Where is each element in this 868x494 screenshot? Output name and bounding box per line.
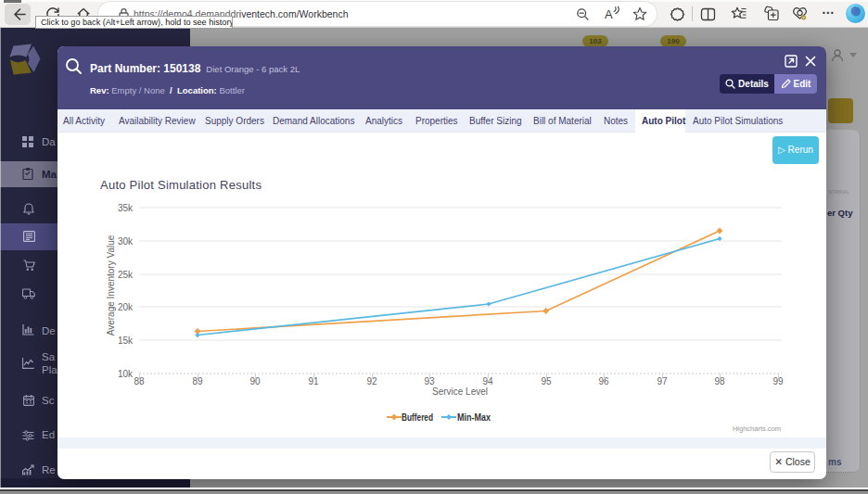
svg-text:Highcharts.com: Highcharts.com — [733, 424, 781, 433]
svg-text:96: 96 — [598, 376, 609, 386]
svg-text:20k: 20k — [118, 302, 134, 312]
svg-text:A: A — [605, 7, 613, 21]
svg-text:Buffered: Buffered — [402, 412, 433, 423]
svg-text:95: 95 — [541, 376, 552, 386]
svg-text:25k: 25k — [118, 270, 134, 280]
svg-text:91: 91 — [308, 376, 319, 386]
svg-text:88: 88 — [134, 376, 145, 386]
svg-text:92: 92 — [366, 376, 377, 386]
svg-text:99: 99 — [772, 376, 784, 386]
svg-text:94: 94 — [482, 376, 493, 386]
svg-text:93: 93 — [424, 376, 435, 386]
svg-text:15k: 15k — [118, 336, 134, 346]
svg-text:98: 98 — [714, 376, 725, 386]
svg-text:35k: 35k — [118, 203, 134, 213]
svg-text:90: 90 — [249, 376, 261, 386]
svg-text:Min-Max: Min-Max — [457, 412, 491, 423]
svg-text:10k: 10k — [118, 369, 134, 379]
svg-text:Average Inventory Value: Average Inventory Value — [106, 234, 116, 336]
svg-text:97: 97 — [657, 376, 668, 386]
svg-text:Service Level: Service Level — [432, 386, 488, 397]
svg-text:30k: 30k — [118, 236, 134, 247]
svg-text:89: 89 — [192, 376, 203, 386]
